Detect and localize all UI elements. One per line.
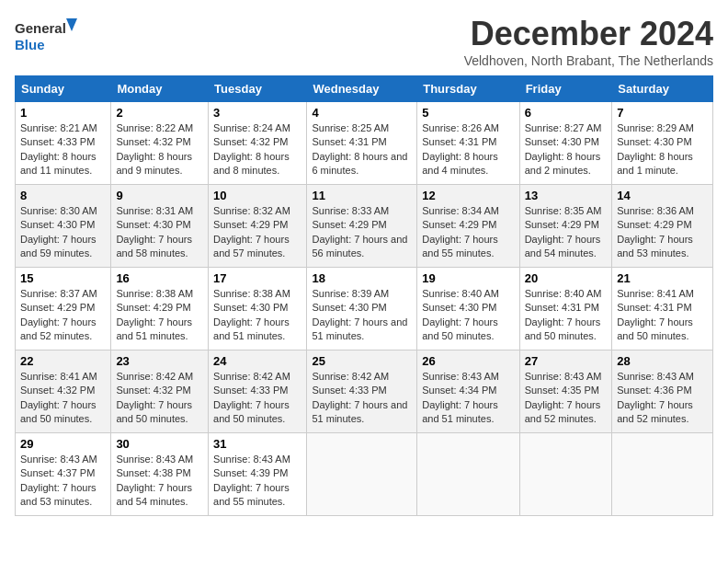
- day-info: Sunrise: 8:24 AMSunset: 4:32 PMDaylight:…: [213, 122, 290, 176]
- calendar-cell: 22 Sunrise: 8:41 AMSunset: 4:32 PMDaylig…: [16, 350, 111, 433]
- calendar-cell: 18 Sunrise: 8:39 AMSunset: 4:30 PMDaylig…: [307, 268, 417, 350]
- day-info: Sunrise: 8:27 AMSunset: 4:30 PMDaylight:…: [525, 122, 602, 176]
- day-number: 17: [213, 271, 301, 285]
- day-info: Sunrise: 8:21 AMSunset: 4:33 PMDaylight:…: [20, 122, 97, 176]
- calendar-cell: 1 Sunrise: 8:21 AMSunset: 4:33 PMDayligh…: [16, 102, 111, 185]
- day-info: Sunrise: 8:40 AMSunset: 4:31 PMDaylight:…: [525, 288, 602, 341]
- day-number: 24: [213, 354, 301, 368]
- day-number: 18: [312, 271, 412, 285]
- day-info: Sunrise: 8:31 AMSunset: 4:30 PMDaylight:…: [116, 205, 193, 259]
- calendar-cell: 27 Sunrise: 8:43 AMSunset: 4:35 PMDaylig…: [519, 350, 612, 433]
- calendar-cell: 6 Sunrise: 8:27 AMSunset: 4:30 PMDayligh…: [519, 102, 612, 185]
- day-number: 20: [525, 271, 608, 285]
- day-info: Sunrise: 8:43 AMSunset: 4:39 PMDaylight:…: [213, 454, 290, 507]
- logo: General Blue: [15, 15, 79, 56]
- day-number: 9: [116, 189, 203, 202]
- col-header-sunday: Sunday: [16, 76, 111, 102]
- day-number: 10: [213, 189, 301, 202]
- day-number: 15: [20, 271, 106, 285]
- calendar-cell: [417, 433, 519, 516]
- day-info: Sunrise: 8:33 AMSunset: 4:29 PMDaylight:…: [312, 205, 407, 259]
- day-info: Sunrise: 8:41 AMSunset: 4:32 PMDaylight:…: [20, 371, 97, 424]
- day-number: 31: [213, 437, 301, 451]
- day-info: Sunrise: 8:42 AMSunset: 4:33 PMDaylight:…: [213, 371, 290, 424]
- day-number: 1: [20, 106, 106, 120]
- day-number: 3: [213, 106, 301, 120]
- day-number: 5: [422, 106, 514, 120]
- calendar-header-row: SundayMondayTuesdayWednesdayThursdayFrid…: [16, 76, 713, 102]
- day-number: 13: [525, 189, 608, 202]
- title-area: December 2024 Veldhoven, North Brabant, …: [464, 15, 713, 68]
- day-number: 4: [312, 106, 412, 120]
- day-info: Sunrise: 8:43 AMSunset: 4:36 PMDaylight:…: [617, 371, 694, 424]
- day-info: Sunrise: 8:40 AMSunset: 4:30 PMDaylight:…: [422, 288, 499, 341]
- svg-text:General: General: [15, 20, 66, 36]
- col-header-thursday: Thursday: [417, 76, 519, 102]
- calendar-cell: [612, 433, 713, 516]
- calendar-cell: 9 Sunrise: 8:31 AMSunset: 4:30 PMDayligh…: [111, 185, 209, 268]
- calendar-cell: 25 Sunrise: 8:42 AMSunset: 4:33 PMDaylig…: [307, 350, 417, 433]
- subtitle: Veldhoven, North Brabant, The Netherland…: [464, 53, 713, 68]
- col-header-tuesday: Tuesday: [209, 76, 307, 102]
- day-info: Sunrise: 8:35 AMSunset: 4:29 PMDaylight:…: [525, 205, 602, 259]
- day-info: Sunrise: 8:41 AMSunset: 4:31 PMDaylight:…: [617, 288, 694, 341]
- calendar-cell: 4 Sunrise: 8:25 AMSunset: 4:31 PMDayligh…: [307, 102, 417, 185]
- calendar-cell: 13 Sunrise: 8:35 AMSunset: 4:29 PMDaylig…: [519, 185, 612, 268]
- day-number: 6: [525, 106, 608, 120]
- day-number: 21: [617, 271, 708, 285]
- day-info: Sunrise: 8:32 AMSunset: 4:29 PMDaylight:…: [213, 205, 290, 259]
- day-info: Sunrise: 8:36 AMSunset: 4:29 PMDaylight:…: [617, 205, 694, 259]
- day-number: 29: [20, 437, 106, 451]
- svg-text:Blue: Blue: [15, 37, 45, 52]
- calendar-cell: 2 Sunrise: 8:22 AMSunset: 4:32 PMDayligh…: [111, 102, 209, 185]
- svg-marker-2: [66, 18, 77, 31]
- day-info: Sunrise: 8:43 AMSunset: 4:37 PMDaylight:…: [20, 454, 97, 507]
- day-info: Sunrise: 8:43 AMSunset: 4:34 PMDaylight:…: [422, 371, 499, 424]
- day-number: 25: [312, 354, 412, 368]
- week-row-3: 15 Sunrise: 8:37 AMSunset: 4:29 PMDaylig…: [16, 268, 713, 350]
- calendar-cell: 17 Sunrise: 8:38 AMSunset: 4:30 PMDaylig…: [209, 268, 307, 350]
- week-row-4: 22 Sunrise: 8:41 AMSunset: 4:32 PMDaylig…: [16, 350, 713, 433]
- day-number: 19: [422, 271, 514, 285]
- calendar-cell: 14 Sunrise: 8:36 AMSunset: 4:29 PMDaylig…: [612, 185, 713, 268]
- calendar-cell: [519, 433, 612, 516]
- day-number: 16: [116, 271, 203, 285]
- day-number: 2: [116, 106, 203, 120]
- header: General Blue December 2024 Veldhoven, No…: [15, 15, 713, 68]
- day-info: Sunrise: 8:26 AMSunset: 4:31 PMDaylight:…: [422, 122, 499, 176]
- calendar-cell: 8 Sunrise: 8:30 AMSunset: 4:30 PMDayligh…: [16, 185, 111, 268]
- calendar-cell: 29 Sunrise: 8:43 AMSunset: 4:37 PMDaylig…: [16, 433, 111, 516]
- day-number: 28: [617, 354, 708, 368]
- day-number: 12: [422, 189, 514, 202]
- day-number: 30: [116, 437, 203, 451]
- col-header-saturday: Saturday: [612, 76, 713, 102]
- calendar-cell: 21 Sunrise: 8:41 AMSunset: 4:31 PMDaylig…: [612, 268, 713, 350]
- logo-svg: General Blue: [15, 15, 79, 56]
- day-number: 7: [617, 106, 708, 120]
- calendar-cell: 30 Sunrise: 8:43 AMSunset: 4:38 PMDaylig…: [111, 433, 209, 516]
- day-info: Sunrise: 8:34 AMSunset: 4:29 PMDaylight:…: [422, 205, 499, 259]
- day-info: Sunrise: 8:30 AMSunset: 4:30 PMDaylight:…: [20, 205, 97, 259]
- calendar-cell: 31 Sunrise: 8:43 AMSunset: 4:39 PMDaylig…: [209, 433, 307, 516]
- day-number: 26: [422, 354, 514, 368]
- day-info: Sunrise: 8:29 AMSunset: 4:30 PMDaylight:…: [617, 122, 694, 176]
- calendar-cell: 20 Sunrise: 8:40 AMSunset: 4:31 PMDaylig…: [519, 268, 612, 350]
- day-number: 11: [312, 189, 412, 202]
- calendar-cell: 10 Sunrise: 8:32 AMSunset: 4:29 PMDaylig…: [209, 185, 307, 268]
- day-info: Sunrise: 8:39 AMSunset: 4:30 PMDaylight:…: [312, 288, 407, 341]
- day-info: Sunrise: 8:37 AMSunset: 4:29 PMDaylight:…: [20, 288, 97, 341]
- calendar-cell: 19 Sunrise: 8:40 AMSunset: 4:30 PMDaylig…: [417, 268, 519, 350]
- day-info: Sunrise: 8:38 AMSunset: 4:30 PMDaylight:…: [213, 288, 290, 341]
- week-row-2: 8 Sunrise: 8:30 AMSunset: 4:30 PMDayligh…: [16, 185, 713, 268]
- day-info: Sunrise: 8:42 AMSunset: 4:33 PMDaylight:…: [312, 371, 407, 424]
- calendar-cell: 26 Sunrise: 8:43 AMSunset: 4:34 PMDaylig…: [417, 350, 519, 433]
- week-row-5: 29 Sunrise: 8:43 AMSunset: 4:37 PMDaylig…: [16, 433, 713, 516]
- day-info: Sunrise: 8:42 AMSunset: 4:32 PMDaylight:…: [116, 371, 193, 424]
- day-number: 27: [525, 354, 608, 368]
- day-info: Sunrise: 8:25 AMSunset: 4:31 PMDaylight:…: [312, 122, 407, 176]
- calendar-cell: 3 Sunrise: 8:24 AMSunset: 4:32 PMDayligh…: [209, 102, 307, 185]
- calendar-cell: 24 Sunrise: 8:42 AMSunset: 4:33 PMDaylig…: [209, 350, 307, 433]
- calendar-cell: 16 Sunrise: 8:38 AMSunset: 4:29 PMDaylig…: [111, 268, 209, 350]
- calendar-cell: 15 Sunrise: 8:37 AMSunset: 4:29 PMDaylig…: [16, 268, 111, 350]
- calendar-cell: 12 Sunrise: 8:34 AMSunset: 4:29 PMDaylig…: [417, 185, 519, 268]
